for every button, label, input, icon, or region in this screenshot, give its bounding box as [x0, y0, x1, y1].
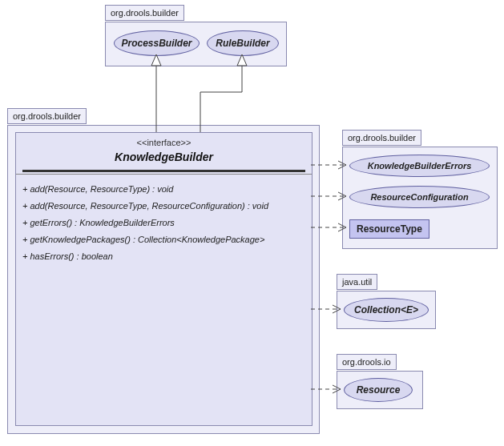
knowledge-builder-interface: <<interface>> KnowledgeBuilder + add(Res…	[15, 132, 312, 426]
resource-label: Resource	[357, 384, 401, 396]
divider	[16, 174, 312, 175]
interface-stereotype: <<interface>>	[16, 138, 312, 147]
rt-label: ResourceType	[357, 223, 422, 235]
package-tab-top: org.drools.builder	[105, 5, 184, 21]
rule-builder-interface: RuleBuilder	[207, 30, 279, 56]
collection-interface: Collection<E>	[344, 298, 429, 322]
operation: + add(Resource, ResourceType, ResourceCo…	[22, 198, 305, 215]
package-label: org.drools.io	[342, 357, 391, 367]
package-label: org.drools.builder	[13, 111, 81, 121]
operation: + hasErrors() : boolean	[22, 248, 305, 265]
kbe-label: KnowledgeBuilderErrors	[368, 161, 472, 171]
rc-label: ResourceConfiguration	[370, 192, 468, 202]
uml-diagram: org.drools.builder ProcessBuilder RuleBu…	[0, 0, 504, 446]
resource-interface: Resource	[344, 378, 413, 402]
resource-configuration-interface: ResourceConfiguration	[349, 186, 490, 208]
divider	[22, 170, 305, 172]
package-label: org.drools.builder	[111, 8, 179, 18]
package-label: java.util	[342, 277, 372, 287]
resource-type-class: ResourceType	[349, 219, 429, 239]
collection-label: Collection<E>	[354, 304, 418, 315]
process-builder-label: ProcessBuilder	[121, 38, 192, 49]
package-tab-right3: org.drools.io	[337, 354, 397, 370]
rule-builder-label: RuleBuilder	[216, 38, 269, 49]
operations-compartment: + add(Resource, ResourceType) : void + a…	[16, 178, 312, 267]
package-label: org.drools.builder	[348, 133, 416, 143]
package-tab-right2: java.util	[337, 274, 377, 290]
package-tab-main: org.drools.builder	[7, 108, 87, 124]
operation: + getErrors() : KnowledgeBuilderErrors	[22, 215, 305, 231]
operation: + getKnowledgePackages() : Collection<Kn…	[22, 231, 305, 248]
operation: + add(Resource, ResourceType) : void	[22, 181, 305, 198]
interface-name: KnowledgeBuilder	[16, 147, 312, 163]
interface-header: <<interface>> KnowledgeBuilder	[16, 133, 312, 167]
process-builder-interface: ProcessBuilder	[114, 30, 200, 56]
knowledge-builder-errors-interface: KnowledgeBuilderErrors	[349, 155, 490, 177]
package-tab-right1: org.drools.builder	[342, 130, 421, 146]
